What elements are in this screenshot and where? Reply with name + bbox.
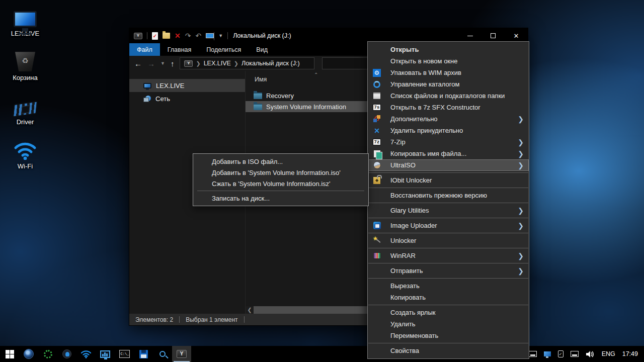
back-button[interactable]: ←	[134, 60, 142, 67]
desktop-icon-wifi[interactable]: Wi-Fi	[4, 135, 46, 172]
menu-item-cut[interactable]: Вырезать	[368, 280, 529, 292]
tab-view[interactable]: Вид	[249, 43, 275, 56]
menu-item-glary-utilities[interactable]: Glary Utilities❯	[368, 205, 529, 216]
file-name: Recovery	[266, 92, 294, 100]
terminal-app-icon: C:\_	[119, 350, 130, 358]
network-pc-icon[interactable]	[529, 351, 537, 357]
menu-item-copy[interactable]: Копировать	[368, 292, 529, 303]
menu-item-image-uploader[interactable]: Image Uploader❯	[368, 220, 529, 231]
floppy-app-icon	[139, 350, 148, 358]
loader-app-icon	[44, 350, 52, 358]
file-list-icon	[372, 92, 381, 101]
menu-item-winrar[interactable]: WinRAR❯	[368, 250, 529, 261]
ultraiso-drive-app-icon: Y	[177, 350, 187, 358]
file-row-system-volume-information[interactable]: System Volume Information	[246, 101, 370, 112]
copy-name-icon	[372, 149, 381, 158]
clock[interactable]: 17:49	[622, 350, 638, 357]
breadcrumb-chevron-icon: ❯	[196, 60, 200, 67]
language-indicator[interactable]: ENG	[602, 350, 615, 357]
taskbar-app-floppy[interactable]	[134, 346, 153, 362]
taskbar-app-loader[interactable]	[38, 346, 57, 362]
taskbar-app-terminal[interactable]: C:\_	[115, 346, 134, 362]
tab-share[interactable]: Поделиться	[199, 43, 249, 56]
menu-separator	[368, 188, 528, 188]
up-button[interactable]: ↑	[171, 60, 175, 67]
menu-item-copy-filename[interactable]: Копировать имя файла...❯	[368, 148, 529, 159]
menu-item-properties[interactable]: Свойства	[368, 345, 529, 356]
submenu-item-burn-to-disc[interactable]: Записать на диск...	[193, 193, 368, 204]
menu-item-force-delete[interactable]: ✕Удалить принудительно	[368, 125, 529, 136]
ultraiso-icon	[372, 161, 381, 170]
usb-icon[interactable]: ✓	[558, 350, 564, 357]
delete-x-icon[interactable]: ✕	[175, 32, 181, 39]
menu-item-rename[interactable]: Переименовать	[368, 330, 529, 341]
taskbar-app-ultraiso-drive[interactable]: Y	[172, 346, 191, 362]
properties-check-icon[interactable]: ✓	[152, 32, 158, 40]
network-pc2-icon[interactable]	[571, 351, 579, 357]
menu-item-iobit-unlocker[interactable]: ◆IObit Unlocker	[368, 174, 529, 186]
menu-item-open[interactable]: Открыть	[368, 44, 529, 55]
maximize-icon	[491, 33, 496, 38]
file-row-recovery[interactable]: Recovery	[246, 90, 370, 101]
submenu-item-add-to-iso[interactable]: Добавить в ISO файл...	[193, 156, 368, 167]
submenu-item-compress-isz[interactable]: Сжать в 'System Volume Information.isz'	[193, 178, 368, 189]
monitor-chart-app-icon	[100, 350, 110, 358]
tab-home[interactable]: Главная	[160, 43, 199, 56]
new-folder-icon[interactable]	[163, 33, 170, 39]
menu-item-ultraiso[interactable]: UltraISO❯	[368, 159, 529, 171]
menu-item-restore-previous[interactable]: Восстановить прежнюю версию	[368, 190, 529, 201]
breadcrumb-item[interactable]: LEX.LIVE	[204, 60, 231, 67]
submenu-arrow-icon: ❯	[518, 116, 524, 123]
nav-item-lexlive[interactable]: LEX.LIVE	[129, 79, 245, 92]
menu-item-7z-sfx[interactable]: 7sОткрыть в 7z SFX Constructor	[368, 102, 529, 113]
menu-item-open-new-window[interactable]: Открыть в новом окне	[368, 55, 529, 67]
submenu-arrow-icon: ❯	[518, 150, 524, 157]
image-uploader-icon	[372, 221, 381, 230]
rename-icon[interactable]	[206, 33, 214, 38]
search-icon	[159, 351, 166, 357]
scroll-left-icon[interactable]: ❮	[246, 307, 254, 313]
volume-icon[interactable]	[586, 350, 595, 358]
desktop-icon-driver[interactable]: Driver	[4, 90, 46, 128]
toolbar-dropdown-icon[interactable]: ▼	[218, 33, 223, 38]
taskbar-app-disc[interactable]	[19, 346, 38, 362]
taskbar-app-wifi[interactable]	[76, 346, 96, 362]
submenu-arrow-icon: ❯	[518, 252, 524, 259]
menu-item-unlocker[interactable]: Unlocker	[368, 235, 529, 246]
forward-button[interactable]: →	[147, 60, 155, 67]
iobit-unlocker-icon: ◆	[372, 176, 381, 185]
menu-item-send-to[interactable]: Отправить❯	[368, 265, 529, 277]
menu-item-create-shortcut[interactable]: Создать ярлык	[368, 307, 529, 318]
nav-item-network[interactable]: Сеть	[129, 92, 245, 105]
status-separator	[179, 316, 180, 323]
tab-file[interactable]: Файл	[129, 43, 160, 56]
messenger-app-icon	[62, 349, 71, 358]
start-button[interactable]	[0, 346, 19, 362]
menu-item-file-list[interactable]: Список файлов и подкаталогов папки	[368, 90, 529, 102]
taskbar-app-search[interactable]	[153, 346, 172, 362]
history-dropdown-icon[interactable]: ▼	[160, 61, 165, 66]
extras-icon	[372, 115, 381, 124]
redo-icon[interactable]: ↷	[185, 32, 191, 39]
chip-icon	[13, 101, 38, 117]
undo-icon[interactable]: ↶	[195, 32, 201, 39]
display-icon[interactable]	[544, 351, 551, 356]
menu-item-pack-wim[interactable]: ⚙Упаковать в WIM архив	[368, 67, 529, 78]
scrollbar-thumb[interactable]	[254, 306, 368, 314]
taskbar-app-messenger[interactable]	[57, 346, 76, 362]
menu-item-delete[interactable]: Удалить	[368, 318, 529, 330]
menu-item-catalog-manager[interactable]: Управление каталогом	[368, 78, 529, 90]
menu-item-extras[interactable]: Дополнительно❯	[368, 113, 529, 125]
file-name: System Volume Information	[266, 103, 346, 111]
taskbar-app-monitor[interactable]	[96, 346, 115, 362]
status-selection: Выбран 1 элемент	[186, 316, 237, 323]
desktop-icon-label: Wi-Fi	[18, 162, 33, 170]
desktop-icon-recycle-bin[interactable]: ♻ Корзина	[4, 46, 46, 83]
menu-separator	[368, 248, 528, 248]
desktop-icon-label: Driver	[17, 118, 34, 126]
menu-item-7zip[interactable]: 7z7-Zip❯	[368, 136, 529, 148]
submenu-item-add-to-named-iso[interactable]: Добавить в 'System Volume Information.is…	[193, 167, 368, 178]
address-box[interactable]: Y ❯ LEX.LIVE ❯ Локальный диск (J:)	[180, 57, 314, 69]
breadcrumb-item[interactable]: Локальный диск (J:)	[242, 60, 300, 67]
desktop-icon-lexlive[interactable]: LEX.LIVE	[4, 2, 46, 39]
